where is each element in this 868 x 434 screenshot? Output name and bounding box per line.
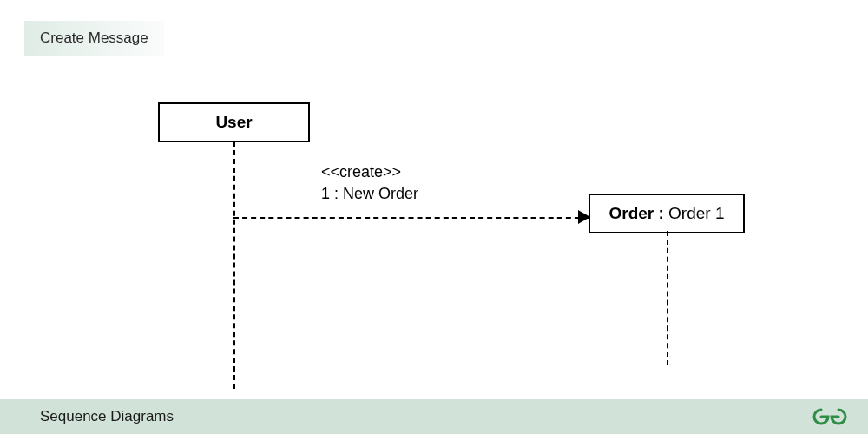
create-message-line — [233, 217, 589, 219]
lifeline-order — [667, 231, 668, 365]
actor-order-type: Order : — [608, 204, 668, 222]
geeksforgeeks-logo-icon — [812, 407, 847, 426]
actor-order-instance: Order 1 — [668, 204, 724, 222]
actor-box-order: Order : Order 1 — [589, 194, 745, 233]
diagram-title-label: Create Message — [24, 21, 164, 56]
actor-box-user: User — [158, 102, 310, 142]
footer-caption: Sequence Diagrams — [40, 408, 174, 425]
create-message-label: <<create>> 1 : New Order — [321, 161, 418, 205]
message-stereotype: <<create>> — [321, 161, 418, 183]
arrowhead-icon — [578, 210, 590, 224]
footer-bar: Sequence Diagrams — [0, 399, 868, 434]
lifeline-user — [233, 141, 235, 389]
message-text: 1 : New Order — [321, 183, 418, 205]
